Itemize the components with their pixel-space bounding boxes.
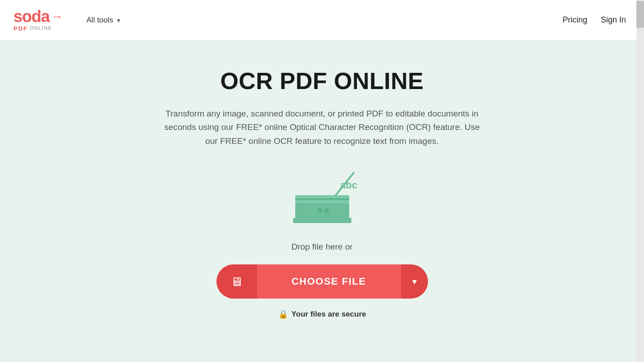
hero-subtitle: Transform any image, scanned document, o… — [160, 107, 484, 148]
sign-in-button[interactable]: Sign In — [601, 15, 626, 25]
monitor-icon: 🖥 — [230, 274, 243, 289]
drop-text: Drop file here or — [291, 242, 352, 252]
all-tools-button[interactable]: All tools ▾ — [81, 12, 126, 28]
svg-text:abc: abc — [340, 179, 357, 191]
secure-label: Your files are secure — [292, 310, 366, 319]
nav-right: Pricing Sign In — [563, 15, 626, 25]
logo-pdf-text: PDF — [14, 26, 28, 31]
logo-online-text: ONLINE — [30, 26, 52, 31]
svg-rect-2 — [293, 218, 351, 223]
header: soda → PDF ONLINE All tools ▾ Pricing Si… — [0, 0, 644, 40]
hero-section: OCR PDF ONLINE Transform any image, scan… — [0, 40, 644, 362]
choose-file-chevron[interactable]: ▾ — [401, 264, 428, 299]
pricing-link[interactable]: Pricing — [563, 15, 587, 25]
svg-point-4 — [324, 208, 329, 213]
choose-file-button[interactable]: 🖥 CHOOSE FILE ▾ — [216, 264, 428, 299]
logo[interactable]: soda → PDF ONLINE — [14, 9, 63, 31]
page-title: OCR PDF ONLINE — [221, 67, 424, 94]
ocr-scanner-icon: abc — [282, 166, 363, 231]
chevron-down-icon: ▾ — [412, 276, 417, 287]
scrollbar-thumb[interactable] — [636, 1, 644, 28]
chevron-down-icon: ▾ — [117, 17, 120, 24]
lock-icon: 🔒 — [278, 309, 288, 319]
logo-soda-text: soda — [14, 9, 50, 25]
choose-file-icon-area: 🖥 — [216, 264, 257, 299]
choose-file-label: CHOOSE FILE — [257, 276, 401, 287]
scrollbar[interactable] — [636, 0, 644, 362]
secure-files-text: 🔒 Your files are secure — [278, 309, 366, 319]
svg-point-3 — [318, 208, 322, 213]
all-tools-label: All tools — [86, 16, 113, 25]
logo-arrow-icon: → — [50, 10, 63, 23]
svg-rect-5 — [295, 198, 349, 200]
